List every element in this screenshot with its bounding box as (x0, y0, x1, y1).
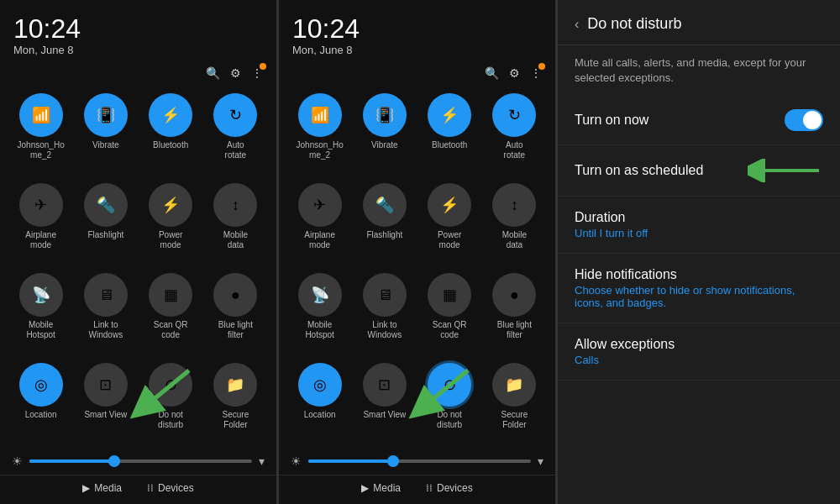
tile-label-flashlight: Flashlight (87, 230, 123, 240)
devices-button[interactable]: ⁞⁞ Devices (147, 482, 194, 494)
settings-title: Do not disturb (587, 15, 681, 33)
panel2-chevron-down-icon[interactable]: ▾ (538, 454, 543, 468)
tile-label-autorotate: Auto rotate (504, 140, 526, 160)
brightness-thumb[interactable] (108, 455, 120, 467)
tile-mobiledata[interactable]: ↕Mobile data (484, 178, 545, 265)
back-button[interactable]: ‹ (575, 17, 579, 32)
tile-linktowindows[interactable]: 🖥Link to Windows (354, 268, 415, 354)
panel2-more-icon[interactable]: ⋮ (530, 66, 542, 80)
panel2-devices-button[interactable]: ⁞⁞ Devices (426, 482, 473, 494)
tile-label-vibrate: Vibrate (92, 140, 119, 150)
tile-powermode[interactable]: ⚡Power mode (140, 178, 202, 265)
tile-icon-mobilehotspot: 📡 (298, 273, 342, 317)
tile-icon-bluelight: ● (213, 273, 257, 317)
settings-row-text-hide-notifications: Hide notificationsChoose whether to hide… (575, 267, 823, 309)
tile-label-wifi: Johnson_Ho me_2 (297, 140, 344, 160)
tile-label-smartview: Smart View (363, 410, 406, 420)
settings-subtitle: Mute all calls, alerts, and media, excep… (558, 45, 840, 96)
tile-flashlight[interactable]: 🔦Flashlight (354, 178, 415, 265)
tile-label-donotdisturb: Do not disturb (437, 410, 462, 430)
panel2-search-icon[interactable]: 🔍 (485, 66, 499, 80)
tile-linktowindows[interactable]: 🖥Link to Windows (75, 268, 136, 354)
tile-icon-securefolder: 📁 (492, 363, 536, 407)
tile-label-flashlight: Flashlight (366, 230, 402, 240)
tile-location[interactable]: ◎Location (289, 358, 350, 444)
tile-scanqr[interactable]: ▦Scan QR code (140, 268, 202, 354)
brightness-slider[interactable] (29, 459, 252, 463)
tile-wifi[interactable]: 📶Johnson_Ho me_2 (289, 88, 350, 175)
tile-vibrate[interactable]: 📳Vibrate (75, 88, 136, 175)
settings-header: ‹ Do not disturb (558, 0, 840, 45)
tile-icon-bluelight: ● (492, 273, 536, 317)
settings-row-text-turn-on-scheduled: Turn on as scheduled (575, 163, 748, 178)
settings-row-text-turn-on-now: Turn on now (575, 113, 785, 128)
tile-icon-autorotate: ↻ (492, 93, 536, 137)
tile-powermode[interactable]: ⚡Power mode (419, 178, 480, 265)
toggle-turn-on-now[interactable] (785, 109, 823, 131)
tile-airplane[interactable]: ✈Airplane mode (10, 178, 71, 265)
tile-securefolder[interactable]: 📁Secure Folder (205, 358, 266, 444)
tile-airplane[interactable]: ✈Airplane mode (289, 178, 350, 265)
tile-bluelight[interactable]: ●Blue light filter (484, 268, 545, 354)
chevron-down-icon[interactable]: ▾ (259, 454, 265, 468)
tile-label-bluelight: Blue light filter (218, 320, 253, 340)
settings-row-turn-on-scheduled[interactable]: Turn on as scheduled (558, 145, 840, 197)
tile-mobilehotspot[interactable]: 📡Mobile Hotspot (10, 268, 71, 354)
tile-label-smartview: Smart View (84, 410, 127, 420)
tile-autorotate[interactable]: ↻Auto rotate (205, 88, 266, 175)
panel2-media-button[interactable]: ▶ Media (361, 482, 401, 494)
tile-icon-scanqr: ▦ (149, 273, 192, 317)
settings-row-label-duration: Duration (575, 210, 823, 225)
settings-rows: Turn on nowTurn on as scheduledDurationU… (558, 96, 840, 381)
tile-flashlight[interactable]: 🔦Flashlight (75, 178, 136, 265)
tile-label-bluetooth: Bluetooth (153, 140, 188, 150)
panel1-grid: 📶Johnson_Ho me_2📳Vibrate⚡Bluetooth↻Auto … (0, 85, 276, 448)
tile-icon-autorotate: ↻ (213, 93, 257, 137)
tile-icon-location: ◎ (19, 363, 63, 407)
tile-autorotate[interactable]: ↻Auto rotate (484, 88, 545, 175)
settings-row-hide-notifications[interactable]: Hide notificationsChoose whether to hide… (558, 254, 840, 323)
panel2-brightness-fill (308, 459, 393, 463)
tile-label-mobilehotspot: Mobile Hotspot (26, 320, 55, 340)
phone-panel-2: 10:24 Mon, June 8 🔍 ⚙ ⋮ 📶Johnson_Ho me_2… (279, 0, 556, 504)
tile-icon-smartview: ⊡ (84, 363, 128, 407)
tile-icon-vibrate: 📳 (363, 93, 407, 137)
settings-row-allow-exceptions[interactable]: Allow exceptionsCalls (558, 323, 840, 381)
settings-row-text-duration: DurationUntil I turn it off (575, 210, 823, 239)
tile-vibrate[interactable]: 📳Vibrate (354, 88, 415, 175)
devices-icon: ⁞⁞ (147, 482, 154, 494)
panel2-bottom-bar: ▶ Media ⁞⁞ Devices (279, 475, 555, 504)
panel1-brightness: ☀ ▾ (0, 448, 276, 475)
tile-label-airplane: Airplane mode (304, 230, 335, 250)
tile-icon-donotdisturb: ⊖ (428, 363, 471, 407)
settings-row-turn-on-now[interactable]: Turn on now (558, 96, 840, 145)
tile-smartview[interactable]: ⊡Smart View (354, 358, 415, 444)
panel2-brightness-slider[interactable] (308, 459, 531, 463)
tile-icon-powermode: ⚡ (149, 183, 192, 227)
more-icon[interactable]: ⋮ (251, 66, 263, 80)
tile-securefolder[interactable]: 📁Secure Folder (484, 358, 545, 444)
panel2-brightness-thumb[interactable] (387, 455, 399, 467)
tile-bluetooth[interactable]: ⚡Bluetooth (140, 88, 202, 175)
tile-wifi[interactable]: 📶Johnson_Ho me_2 (10, 88, 71, 175)
tile-location[interactable]: ◎Location (10, 358, 71, 444)
tile-smartview[interactable]: ⊡Smart View (75, 358, 136, 444)
tile-scanqr[interactable]: ▦Scan QR code (419, 268, 480, 354)
tile-bluetooth[interactable]: ⚡Bluetooth (419, 88, 480, 175)
media-button[interactable]: ▶ Media (82, 482, 122, 494)
tile-label-powermode: Power mode (159, 230, 182, 250)
tile-donotdisturb[interactable]: ⊖Do not disturb (419, 358, 480, 444)
panel2-settings-icon[interactable]: ⚙ (509, 66, 520, 80)
tile-mobiledata[interactable]: ↕Mobile data (205, 178, 266, 265)
toggle-thumb-turn-on-now (803, 111, 822, 129)
tile-icon-smartview: ⊡ (363, 363, 407, 407)
panel2-date: Mon, June 8 (292, 44, 542, 56)
settings-panel: ‹ Do not disturb Mute all calls, alerts,… (558, 0, 840, 504)
tile-donotdisturb[interactable]: ⊖Do not disturb (140, 358, 202, 444)
panel2-media-label: Media (373, 482, 401, 494)
tile-mobilehotspot[interactable]: 📡Mobile Hotspot (289, 268, 350, 354)
search-icon[interactable]: 🔍 (206, 66, 220, 80)
settings-row-duration[interactable]: DurationUntil I turn it off (558, 197, 840, 254)
settings-icon[interactable]: ⚙ (230, 66, 241, 80)
tile-bluelight[interactable]: ●Blue light filter (205, 268, 266, 354)
